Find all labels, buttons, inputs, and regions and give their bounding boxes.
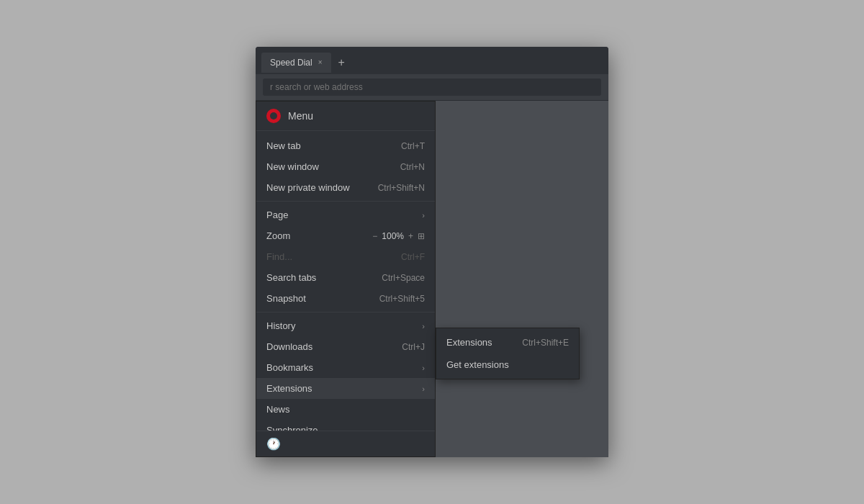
chevron-right-icon: › [422, 211, 425, 220]
submenu-item-label: Extensions [446, 337, 522, 348]
address-input[interactable] [263, 78, 601, 96]
menu-item-extensions[interactable]: Extensions › [256, 378, 435, 399]
main-menu: Menu New tab Ctrl+T New window Ctrl+N [256, 101, 436, 457]
new-tab-button[interactable]: + [334, 56, 349, 69]
menu-item-label: Synchronize... [266, 425, 425, 431]
zoom-controls: − 100% + ⊞ [372, 231, 425, 241]
menu-title: Menu [288, 110, 313, 122]
zoom-plus-button[interactable]: + [408, 231, 413, 241]
menu-item-news[interactable]: News [256, 399, 435, 420]
submenu-item-label: Get extensions [446, 359, 569, 370]
menu-item-label: News [266, 404, 425, 415]
menu-item-label: History [266, 320, 419, 331]
menu-item-new-window[interactable]: New window Ctrl+N [256, 156, 435, 177]
menu-items-list: New tab Ctrl+T New window Ctrl+N New pri… [256, 131, 435, 431]
menu-item-shortcut: Ctrl+T [401, 141, 425, 151]
menu-footer: 🕐 [256, 431, 435, 456]
menu-item-zoom[interactable]: Zoom − 100% + ⊞ [256, 225, 435, 246]
separator-1 [256, 201, 435, 202]
extensions-submenu: Extensions Ctrl+Shift+E Get extensions [436, 328, 580, 379]
menu-item-label: Extensions [266, 383, 419, 394]
chevron-right-icon: › [422, 364, 425, 372]
menu-item-label: New private window [266, 182, 372, 193]
zoom-minus-button[interactable]: − [372, 231, 377, 241]
tab-label: Speed Dial [270, 58, 312, 68]
menu-item-search-tabs[interactable]: Search tabs Ctrl+Space [256, 267, 435, 288]
chevron-right-icon: › [422, 322, 425, 330]
submenu-item-extensions[interactable]: Extensions Ctrl+Shift+E [436, 331, 579, 354]
menu-item-bookmarks[interactable]: Bookmarks › [256, 357, 435, 378]
menu-item-history[interactable]: History › [256, 315, 435, 336]
submenu-item-get-extensions[interactable]: Get extensions [436, 354, 579, 376]
menu-item-snapshot[interactable]: Snapshot Ctrl+Shift+5 [256, 288, 435, 309]
menu-item-new-tab[interactable]: New tab Ctrl+T [256, 135, 435, 156]
speed-dial-tab[interactable]: Speed Dial × [261, 53, 331, 73]
menu-item-shortcut: Ctrl+F [401, 252, 425, 262]
chevron-right-icon: › [422, 384, 425, 393]
menu-item-downloads[interactable]: Downloads Ctrl+J [256, 336, 435, 357]
tab-close-button[interactable]: × [318, 59, 323, 66]
zoom-label: Zoom [266, 230, 372, 241]
menu-item-shortcut: Ctrl+Shift+N [378, 183, 425, 193]
menu-item-shortcut: Ctrl+J [402, 342, 425, 352]
menu-item-shortcut: Ctrl+Space [382, 273, 425, 283]
zoom-fit-icon[interactable]: ⊞ [418, 231, 425, 241]
opera-logo-icon [266, 109, 281, 123]
menu-item-label: Bookmarks [266, 362, 419, 373]
tab-bar: Speed Dial × + [256, 47, 608, 74]
menu-item-label: New window [266, 161, 395, 172]
menu-item-shortcut: Ctrl+N [400, 162, 425, 172]
menu-item-shortcut: Ctrl+Shift+5 [379, 294, 425, 304]
menu-item-label: New tab [266, 140, 395, 151]
menu-item-label: Snapshot [266, 293, 374, 304]
menu-item-label: Page [266, 210, 419, 220]
zoom-percent: 100% [382, 231, 404, 241]
menu-item-find[interactable]: Find... Ctrl+F [256, 246, 435, 267]
menu-header: Menu [256, 102, 435, 131]
menu-item-label: Downloads [266, 341, 396, 352]
clock-icon[interactable]: 🕐 [266, 437, 281, 451]
browser-window: Speed Dial × + Menu New tab Ctrl+T [256, 47, 608, 457]
separator-2 [256, 312, 435, 312]
address-bar [256, 74, 608, 101]
menu-item-synchronize[interactable]: Synchronize... [256, 420, 435, 431]
menu-item-new-private[interactable]: New private window Ctrl+Shift+N [256, 177, 435, 198]
submenu-item-shortcut: Ctrl+Shift+E [522, 338, 569, 348]
menu-container: Menu New tab Ctrl+T New window Ctrl+N [256, 101, 608, 457]
content-area: Menu New tab Ctrl+T New window Ctrl+N [256, 101, 608, 457]
menu-item-page[interactable]: Page › [256, 204, 435, 225]
menu-item-label: Find... [266, 251, 395, 262]
menu-item-label: Search tabs [266, 272, 376, 283]
